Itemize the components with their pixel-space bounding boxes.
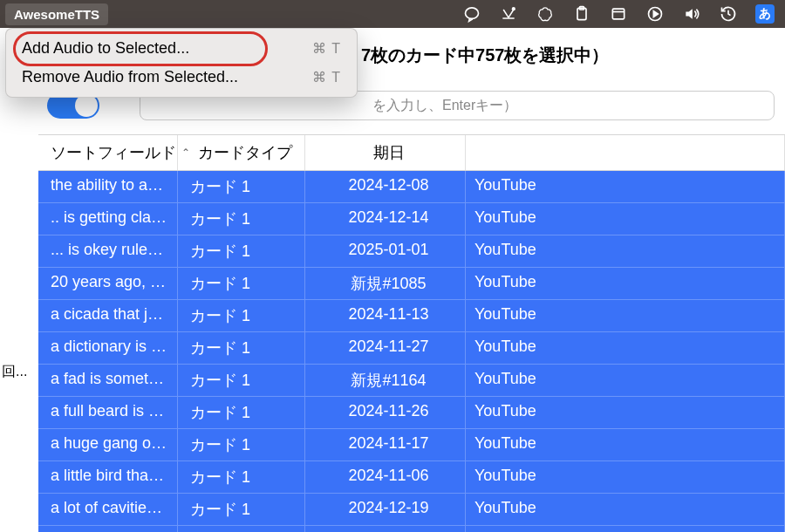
cell-sortfield: the ability to a… xyxy=(38,171,178,203)
cell-due: 2024-12-14 xyxy=(305,203,466,235)
cell-deck: YouTube xyxy=(466,203,785,235)
cell-sortfield: a lot of cavitie… xyxy=(38,494,178,526)
table-row[interactable]: a little bird tha…カード 12024-11-06YouTube xyxy=(38,461,785,494)
cell-cardtype: カード 1 xyxy=(178,203,305,235)
cell-deck: YouTube xyxy=(466,300,785,332)
col-label: 期日 xyxy=(373,142,405,163)
col-label: カードタイプ xyxy=(198,142,292,163)
cell-due: 新規#1164 xyxy=(305,365,466,397)
col-cardtype[interactable]: カードタイプ xyxy=(178,135,305,170)
cell-deck: YouTube xyxy=(466,268,785,300)
cell-due: 2024-11-26 xyxy=(305,397,466,429)
col-due[interactable]: 期日 xyxy=(305,135,466,170)
col-deck[interactable] xyxy=(466,135,785,170)
cell-deck: YouTube xyxy=(466,397,785,429)
side-truncated-label: 回... xyxy=(2,363,27,381)
cell-sortfield: ... is okey rule… xyxy=(38,235,178,268)
col-sortfield[interactable]: ソートフィールド ⌃ xyxy=(38,135,178,170)
cell-deck: YouTube xyxy=(466,494,785,526)
cell-due: 2024-11-27 xyxy=(305,332,466,365)
table-body: the ability to a…カード 12024-12-08YouTube.… xyxy=(38,171,785,532)
cell-due: 2024-12-08 xyxy=(305,171,466,203)
menu-item-label: Add Audio to Selected... xyxy=(22,39,189,58)
table-header-row: ソートフィールド ⌃ カードタイプ 期日 xyxy=(38,135,785,171)
cell-cardtype: カード 1 xyxy=(178,494,305,526)
window-icon[interactable] xyxy=(609,4,628,24)
table-row[interactable]: a fad is somet…カード 1新規#1164YouTube xyxy=(38,365,785,397)
menubar: AwesomeTTS あ xyxy=(0,0,785,28)
search-hint: を入力し、Enterキー） xyxy=(151,97,517,115)
menu-app-name[interactable]: AwesomeTTS xyxy=(5,3,108,25)
cell-sortfield: a lot of langua… xyxy=(38,526,178,532)
cell-sortfield: a little bird tha… xyxy=(38,461,178,494)
cell-deck: YouTube xyxy=(466,429,785,461)
cell-cardtype: カード 1 xyxy=(178,526,305,532)
table-row[interactable]: a huge gang o…カード 12024-11-17YouTube xyxy=(38,429,785,461)
cell-cardtype: カード 1 xyxy=(178,300,305,332)
menubar-status-icons: あ xyxy=(462,4,780,24)
volume-icon[interactable] xyxy=(682,4,701,24)
cell-due: 2024-11-13 xyxy=(305,300,466,332)
menu-item-add-audio[interactable]: Add Audio to Selected... ⌘ T xyxy=(11,34,352,63)
cell-due: 新規#1085 xyxy=(305,268,466,300)
cell-sortfield: a dictionary is … xyxy=(38,332,178,365)
ime-indicator[interactable]: あ xyxy=(755,4,775,24)
notification-icon[interactable] xyxy=(499,4,518,24)
menu-item-label: Remove Audio from Selected... xyxy=(22,68,238,86)
cell-due: 2024-11-14 xyxy=(305,526,466,532)
menu-item-remove-audio[interactable]: Remove Audio from Selected... ⌘ T xyxy=(11,63,352,92)
cell-cardtype: カード 1 xyxy=(178,171,305,203)
table-row[interactable]: ... is okey rule…カード 12025-01-01YouTube xyxy=(38,235,785,268)
svg-point-1 xyxy=(512,7,515,10)
cell-cardtype: カード 1 xyxy=(178,429,305,461)
cell-cardtype: カード 1 xyxy=(178,397,305,429)
cell-cardtype: カード 1 xyxy=(178,365,305,397)
line-app-icon[interactable] xyxy=(462,4,481,24)
selection-status: 7枚のカード中757枚を選択中） xyxy=(361,44,610,67)
play-circle-icon[interactable] xyxy=(645,4,665,24)
history-icon[interactable] xyxy=(719,4,738,24)
cell-sortfield: a cicada that j… xyxy=(38,300,178,332)
chatgpt-icon[interactable] xyxy=(536,4,555,24)
cell-due: 2024-11-17 xyxy=(305,429,466,461)
browser-content: 7枚のカード中757枚を選択中） を入力し、Enterキー） 回... ソートフ… xyxy=(0,28,785,532)
table-row[interactable]: a dictionary is …カード 12024-11-27YouTube xyxy=(38,332,785,365)
cell-cardtype: カード 1 xyxy=(178,268,305,300)
table-row[interactable]: a lot of cavitie…カード 12024-12-19YouTube xyxy=(38,494,785,526)
cell-deck: YouTube xyxy=(466,365,785,397)
table-row[interactable]: the ability to a…カード 12024-12-08YouTube xyxy=(38,171,785,203)
cell-due: 2025-01-01 xyxy=(305,235,466,268)
cell-deck: YouTube xyxy=(466,526,785,532)
svg-rect-4 xyxy=(612,9,624,19)
table-row[interactable]: a full beard is …カード 12024-11-26YouTube xyxy=(38,397,785,429)
card-table: ソートフィールド ⌃ カードタイプ 期日 the ability to a…カー… xyxy=(38,134,785,532)
col-label: ソートフィールド xyxy=(51,142,176,163)
svg-point-0 xyxy=(466,8,479,19)
table-row[interactable]: a cicada that j…カード 12024-11-13YouTube xyxy=(38,300,785,332)
cell-sortfield: a fad is somet… xyxy=(38,365,178,397)
cell-cardtype: カード 1 xyxy=(178,461,305,494)
cell-deck: YouTube xyxy=(466,235,785,268)
cell-deck: YouTube xyxy=(466,332,785,365)
clipboard-icon[interactable] xyxy=(572,4,591,24)
cell-sortfield: .. is getting cla… xyxy=(38,203,178,235)
table-row[interactable]: 20 years ago, …カード 1新規#1085YouTube xyxy=(38,268,785,300)
cell-sortfield: 20 years ago, … xyxy=(38,268,178,300)
cell-due: 2024-11-06 xyxy=(305,461,466,494)
table-row[interactable]: a lot of langua…カード 12024-11-14YouTube xyxy=(38,526,785,532)
cell-sortfield: a full beard is … xyxy=(38,397,178,429)
cell-deck: YouTube xyxy=(466,171,785,203)
menu-item-shortcut: ⌘ T xyxy=(312,40,341,57)
cell-deck: YouTube xyxy=(466,461,785,494)
menu-item-shortcut: ⌘ T xyxy=(312,69,341,85)
awesome-tts-dropdown: Add Audio to Selected... ⌘ T Remove Audi… xyxy=(5,28,358,98)
table-row[interactable]: .. is getting cla…カード 12024-12-14YouTube xyxy=(38,203,785,235)
cell-cardtype: カード 1 xyxy=(178,332,305,365)
cell-cardtype: カード 1 xyxy=(178,235,305,268)
cell-sortfield: a huge gang o… xyxy=(38,429,178,461)
cell-due: 2024-12-19 xyxy=(305,494,466,526)
